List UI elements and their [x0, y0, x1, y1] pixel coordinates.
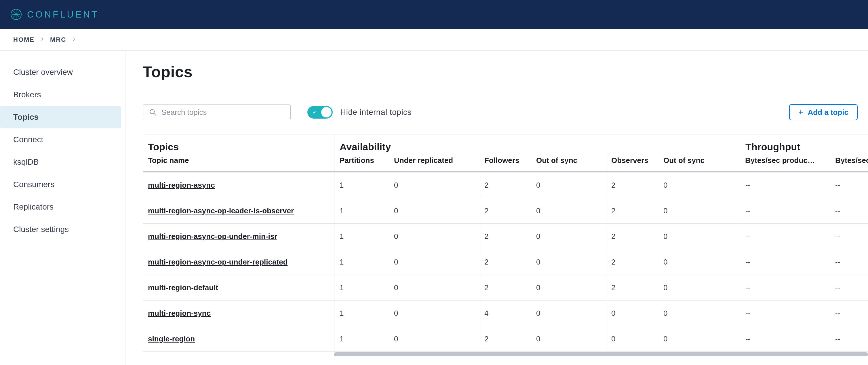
cell-under-replicated: 0 [389, 326, 479, 352]
sidebar-item-label: Cluster overview [13, 68, 73, 77]
cell-out-of-sync-observers: 0 [658, 249, 740, 275]
col-out-of-sync-followers[interactable]: Out of sync [531, 153, 606, 171]
horizontal-scrollbar[interactable] [143, 352, 868, 357]
cell-observers: 2 [606, 173, 658, 198]
table-row: multi-region-async-op-leader-is-observer… [143, 198, 868, 224]
cell-partitions: 1 [334, 301, 389, 326]
cell-out-of-sync-observers: 0 [658, 275, 740, 300]
cell-observers: 0 [606, 326, 658, 352]
cell-observers: 2 [606, 275, 658, 300]
hide-internal-toggle[interactable]: ✓ [307, 106, 333, 119]
group-header-topics: Topics [143, 134, 334, 153]
breadcrumb: HOME MRC [0, 29, 868, 51]
brand-logo-link[interactable]: CONFLUENT [10, 9, 99, 20]
toggle-knob [321, 107, 332, 117]
cell-partitions: 1 [334, 275, 389, 300]
cell-followers: 2 [479, 198, 531, 223]
col-under-replicated[interactable]: Under replicated [389, 153, 479, 171]
sidebar-item-label: Replicators [13, 202, 54, 212]
cell-partitions: 1 [334, 173, 389, 198]
sidebar-item-ksqldb[interactable]: ksqlDB [0, 151, 121, 173]
cell-bytes-produced: -- [740, 224, 830, 249]
sidebar-item-label: Cluster settings [13, 225, 69, 234]
sidebar-item-label: Connect [13, 135, 43, 144]
col-bytes-consumed[interactable]: Bytes/sec consu [830, 153, 868, 171]
hide-internal-toggle-wrap: ✓ Hide internal topics [307, 106, 411, 119]
add-topic-button[interactable]: + Add a topic [789, 104, 858, 120]
col-partitions[interactable]: Partitions [334, 153, 389, 171]
sidebar-item-cluster-overview[interactable]: Cluster overview [0, 61, 121, 84]
cell-topic-name: multi-region-async [143, 173, 334, 198]
cell-partitions: 1 [334, 198, 389, 223]
sidebar-item-cluster-settings[interactable]: Cluster settings [0, 218, 121, 241]
topic-link[interactable]: multi-region-sync [148, 309, 211, 318]
cell-partitions: 1 [334, 249, 389, 275]
cell-out-of-sync-observers: 0 [658, 198, 740, 223]
breadcrumb-mrc[interactable]: MRC [50, 36, 66, 43]
cell-observers: 2 [606, 198, 658, 223]
col-bytes-produced[interactable]: Bytes/sec produc… [740, 153, 830, 171]
cell-partitions: 1 [334, 224, 389, 249]
chevron-right-icon [72, 37, 76, 42]
col-observers[interactable]: Observers [606, 153, 658, 171]
cell-bytes-produced: -- [740, 249, 830, 275]
sidebar-item-connect[interactable]: Connect [0, 128, 121, 151]
cell-out-of-sync-observers: 0 [658, 173, 740, 198]
topic-link[interactable]: single-region [148, 334, 195, 343]
cell-followers: 4 [479, 301, 531, 326]
sidebar-item-label: Consumers [13, 180, 54, 189]
cell-observers: 2 [606, 249, 658, 275]
controls-row: ✓ Hide internal topics + Add a topic [143, 104, 868, 120]
cell-bytes-consumed: -- [830, 301, 868, 326]
topic-link[interactable]: multi-region-async [148, 181, 215, 190]
cell-topic-name: multi-region-default [143, 275, 334, 300]
sidebar-item-consumers[interactable]: Consumers [0, 173, 121, 196]
cell-followers: 2 [479, 173, 531, 198]
col-followers[interactable]: Followers [479, 153, 531, 171]
cell-bytes-consumed: -- [830, 275, 868, 300]
topic-link[interactable]: multi-region-async-op-leader-is-observer [148, 206, 294, 215]
group-header-throughput: Throughput [740, 134, 868, 153]
cell-under-replicated: 0 [389, 301, 479, 326]
cell-observers: 0 [606, 301, 658, 326]
cell-bytes-consumed: -- [830, 224, 868, 249]
cell-topic-name: multi-region-async-op-leader-is-observer [143, 198, 334, 223]
sidebar-item-topics[interactable]: Topics [0, 106, 121, 128]
main-content: Topics ✓ Hide internal topics [125, 51, 868, 365]
table-row: multi-region-default102020---- [143, 275, 868, 301]
topic-link[interactable]: multi-region-async-op-under-replicated [148, 257, 287, 267]
cell-topic-name: multi-region-async-op-under-min-isr [143, 224, 334, 249]
cell-out-of-sync-followers: 0 [531, 224, 606, 249]
cell-topic-name: multi-region-async-op-under-replicated [143, 249, 334, 275]
cell-bytes-consumed: -- [830, 173, 868, 198]
cell-under-replicated: 0 [389, 173, 479, 198]
sidebar-item-replicators[interactable]: Replicators [0, 196, 121, 218]
cell-partitions: 1 [334, 326, 389, 352]
col-topic-name[interactable]: Topic name [143, 153, 334, 171]
cell-bytes-consumed: -- [830, 326, 868, 352]
plus-icon: + [798, 108, 803, 116]
col-out-of-sync-observers[interactable]: Out of sync [658, 153, 740, 171]
cell-out-of-sync-followers: 0 [531, 301, 606, 326]
brand-name: CONFLUENT [27, 9, 99, 20]
topic-link[interactable]: multi-region-async-op-under-min-isr [148, 232, 277, 241]
hide-internal-label: Hide internal topics [340, 108, 411, 117]
cell-bytes-produced: -- [740, 275, 830, 300]
search-wrap [143, 104, 291, 120]
add-topic-label: Add a topic [808, 108, 848, 117]
topic-link[interactable]: multi-region-default [148, 283, 218, 292]
cell-bytes-produced: -- [740, 301, 830, 326]
breadcrumb-home[interactable]: HOME [13, 36, 34, 43]
cell-bytes-consumed: -- [830, 249, 868, 275]
table-row: multi-region-sync104000---- [143, 301, 868, 326]
cell-followers: 2 [479, 224, 531, 249]
sidebar-item-label: Brokers [13, 90, 41, 99]
cell-under-replicated: 0 [389, 198, 479, 223]
cell-followers: 2 [479, 249, 531, 275]
table-row: single-region102000---- [143, 326, 868, 352]
sidebar-item-label: Topics [13, 113, 38, 122]
sidebar-item-brokers[interactable]: Brokers [0, 84, 121, 106]
cell-out-of-sync-observers: 0 [658, 224, 740, 249]
cell-bytes-produced: -- [740, 326, 830, 352]
search-input[interactable] [143, 104, 291, 120]
